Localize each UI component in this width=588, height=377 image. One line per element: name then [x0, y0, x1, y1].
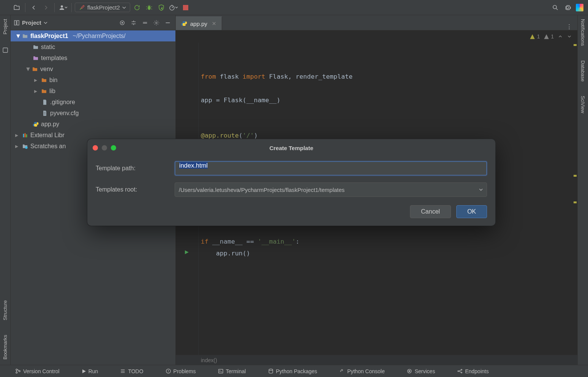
create-template-dialog: Create Template Template path: index.htm…: [87, 139, 495, 226]
chevron-down-icon: [479, 188, 483, 192]
modal-overlay: Create Template Template path: index.htm…: [0, 0, 588, 377]
window-minimize-icon: [102, 145, 107, 150]
label-templates-root: Templates root:: [96, 186, 172, 193]
dialog-titlebar: Create Template: [87, 139, 495, 157]
dialog-title: Create Template: [270, 145, 314, 151]
ok-button[interactable]: OK: [456, 205, 487, 218]
label-template-path: Template path:: [96, 165, 172, 172]
window-close-icon[interactable]: [93, 145, 98, 150]
cancel-button[interactable]: Cancel: [410, 205, 451, 218]
window-zoom-icon[interactable]: [111, 145, 116, 150]
templates-root-combo[interactable]: /Users/valeria.letusheva/PycharmProjects…: [175, 182, 487, 197]
template-path-input[interactable]: index.html: [175, 161, 487, 176]
